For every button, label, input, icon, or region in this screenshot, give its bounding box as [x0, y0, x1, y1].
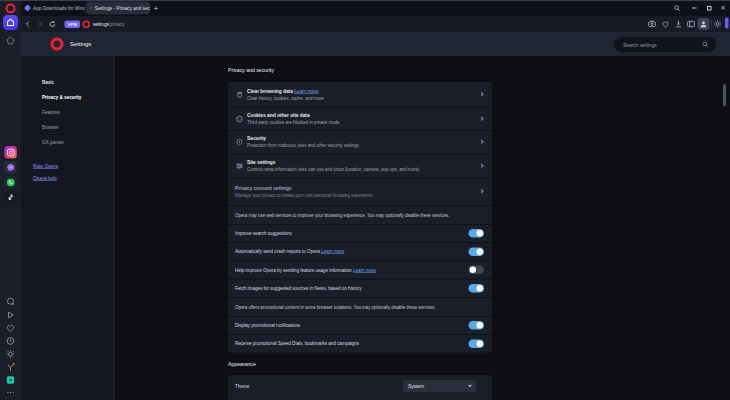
toggle-label: Display promotional notifications [235, 323, 300, 328]
learn-more-link[interactable]: Learn more [321, 249, 344, 254]
tune-icon [235, 161, 244, 170]
opera-menu-button[interactable] [6, 4, 16, 14]
workspace-icon [6, 36, 15, 45]
sidebar-panel-pill[interactable] [725, 18, 729, 29]
section-title-appearance: Appearance [228, 360, 256, 369]
row-site-settings[interactable]: Site settings Controls what information … [228, 153, 492, 177]
easy-setup-icon[interactable] [713, 20, 722, 29]
forward-button[interactable] [35, 20, 45, 29]
reload-button[interactable] [47, 20, 57, 29]
row-security[interactable]: Security Protection from malicious sites… [228, 130, 492, 153]
toggle-label: Fetch images for suggested sources in Ne… [235, 286, 361, 291]
tab-search-icon[interactable] [671, 0, 683, 16]
messenger-icon[interactable] [4, 161, 17, 174]
settings-page-header: Settings Search settings [21, 32, 730, 56]
nav-item-features[interactable]: Features [42, 107, 60, 117]
toggle-label: Receive promotional Speed Dials, bookmar… [235, 341, 359, 346]
nav-item-browser[interactable]: Browser [42, 122, 59, 132]
chevron-right-icon [479, 92, 483, 96]
bookmark-heart-icon[interactable] [661, 20, 670, 29]
row-clear-browsing-data[interactable]: Clear browsing data Learn more Clear his… [228, 82, 492, 107]
flow-icon[interactable] [5, 362, 16, 373]
toggle-crash-reports[interactable] [469, 247, 485, 256]
bookmarks-heart-icon[interactable] [5, 323, 16, 334]
page-title: Settings [70, 32, 91, 56]
toggle-row-promo-notifications: Display promotional notifications [228, 316, 492, 334]
whatsapp-icon[interactable] [4, 176, 17, 189]
profile-avatar[interactable] [698, 18, 710, 30]
pinboards-icon[interactable] [5, 375, 16, 386]
opera-logo [51, 38, 64, 51]
nav-item-gx-games[interactable]: GX.games [42, 137, 64, 147]
minimize-button[interactable] [688, 0, 700, 16]
settings-content: Basic Privacy & security Features Browse… [21, 56, 730, 400]
row-subtitle: Manage your privacy to create your own p… [235, 193, 373, 199]
panels-icon[interactable] [687, 20, 696, 29]
shield-icon [235, 138, 244, 147]
nav-item-basic[interactable]: Basic [42, 77, 54, 87]
workspace-2-button[interactable] [5, 35, 16, 46]
instagram-icon[interactable] [4, 146, 17, 159]
opera-site-icon [83, 21, 91, 29]
learn-more-link[interactable]: Learn more [294, 88, 319, 94]
tab-settings-active[interactable]: Settings - Privacy and sec [86, 2, 150, 15]
toggle-fetch-images[interactable] [469, 284, 485, 293]
rate-opera-link[interactable]: Rate Opera [33, 162, 58, 172]
aria-ai-icon[interactable] [5, 296, 16, 307]
chevron-right-icon [479, 116, 483, 120]
chevron-down-icon [468, 385, 472, 388]
row-subtitle: Clear history, cookies, cache, and more [247, 95, 324, 101]
settings-main: Privacy and security Clear browsing data… [116, 56, 730, 400]
search-icon [702, 41, 709, 48]
sidebar-more-icon[interactable] [5, 387, 16, 398]
workspace-1-button[interactable] [3, 15, 18, 30]
row-title: Clear browsing data [247, 88, 293, 94]
vpn-badge[interactable]: VPN [65, 21, 81, 29]
toggle-label: Automatically send crash reports to Oper… [235, 249, 320, 254]
toggle-promo-speed-dials[interactable] [469, 339, 485, 348]
chevron-right-icon [479, 163, 483, 167]
promotional-note: Opera offers promotional content in some… [228, 297, 492, 316]
toggle-promo-notifications[interactable] [469, 321, 485, 330]
chevron-right-icon [479, 189, 483, 193]
opera-help-link[interactable]: Opera help [33, 174, 57, 184]
url-text[interactable]: settings/privacy [93, 16, 125, 32]
tiktok-icon[interactable] [4, 191, 17, 204]
theme-select[interactable]: System [403, 380, 476, 392]
section-title-privacy: Privacy and security [228, 66, 274, 75]
theme-row: Theme System [228, 375, 492, 397]
chevron-right-icon [479, 140, 483, 144]
settings-nav-panel: Basic Privacy & security Features Browse… [21, 56, 115, 400]
window-top-border [0, 0, 730, 1]
close-button[interactable]: ✕ [717, 0, 729, 16]
snapshot-icon[interactable] [648, 20, 657, 29]
player-icon[interactable] [5, 310, 16, 321]
maximize-button[interactable] [703, 0, 715, 16]
theme-label: Theme [235, 384, 249, 389]
privacy-card: Clear browsing data Learn more Clear his… [228, 82, 492, 352]
toggle-search-suggestions[interactable] [469, 229, 485, 238]
toggle-feature-usage[interactable] [469, 266, 485, 275]
web-services-note: Opera may use web services to improve yo… [228, 205, 492, 224]
row-title: Site settings [247, 159, 419, 165]
app-downloads-favicon [24, 4, 31, 11]
learn-more-link[interactable]: Learn more [353, 267, 376, 272]
toggle-label: Help improve Opera by sending feature us… [235, 267, 352, 272]
search-settings-input[interactable]: Search settings [614, 37, 716, 52]
new-tab-button[interactable]: + [149, 0, 163, 16]
theme-value: System [408, 383, 424, 389]
tab-app-downloads[interactable]: App Downloads for Wind [22, 0, 85, 16]
back-button[interactable] [23, 20, 33, 29]
row-title: Privacy consent settings [235, 185, 373, 191]
toggle-row-crash-reports: Automatically send crash reports to Oper… [228, 242, 492, 260]
row-privacy-consent[interactable]: Privacy consent settings Manage your pri… [228, 177, 492, 205]
toolbar-separator [711, 20, 712, 29]
downloads-icon[interactable] [674, 20, 683, 29]
history-icon[interactable] [5, 336, 16, 347]
search-placeholder: Search settings [623, 42, 657, 48]
extensions-gear-icon[interactable] [5, 349, 16, 360]
toggle-row-feature-usage: Help improve Opera by sending feature us… [228, 260, 492, 278]
row-cookies[interactable]: Cookies and other site data Third-party … [228, 107, 492, 131]
nav-item-privacy-security[interactable]: Privacy & security [42, 92, 81, 102]
scrollbar-thumb[interactable] [723, 84, 726, 106]
